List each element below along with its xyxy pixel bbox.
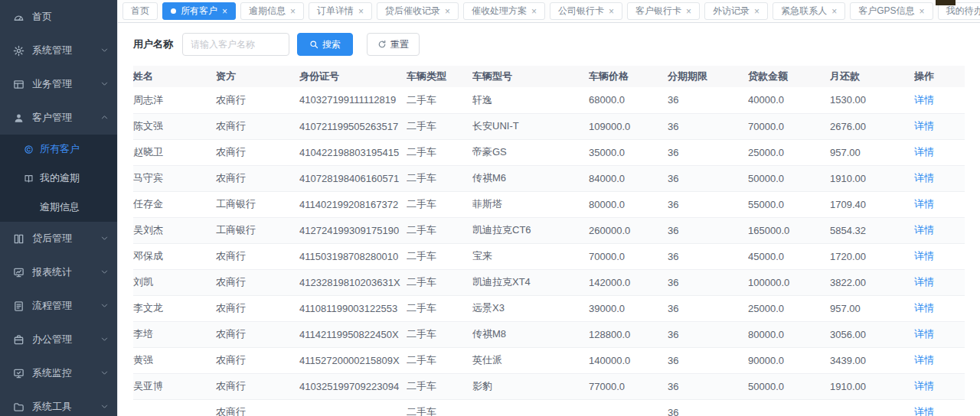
close-icon[interactable]: × (531, 7, 537, 16)
sidebar-item[interactable]: 业务管理 (0, 67, 117, 101)
close-icon[interactable]: × (919, 7, 924, 16)
tab[interactable]: 客户GPS信息 × (850, 2, 933, 20)
search-button[interactable]: 搜索 (297, 33, 353, 56)
close-icon[interactable]: × (754, 7, 760, 16)
table-row: 吴亚博农商行410325199709223094二手车影豹77000.03650… (133, 373, 965, 399)
sidebar-item-label: 办公管理 (32, 333, 100, 346)
tab[interactable]: 公司银行卡 × (550, 2, 622, 20)
detail-link[interactable]: 详情 (914, 354, 934, 366)
reset-button[interactable]: 重置 (367, 33, 420, 56)
table-row: 黄强农商行41152720000215809X二手车英仕派140000.0369… (133, 347, 965, 373)
cell-funder: 农商行 (216, 321, 299, 347)
cell-vehicle-type: 二手车 (407, 87, 472, 113)
cell-vehicle-model (472, 399, 589, 416)
detail-link[interactable]: 详情 (914, 120, 934, 132)
sidebar-item-label: 客户管理 (32, 111, 100, 125)
dashboard-icon (12, 11, 24, 23)
tab[interactable]: 客户银行卡 × (627, 2, 700, 20)
tab-label: 客户银行卡 (635, 5, 681, 18)
cell-vehicle-price: 109000.0 (589, 113, 668, 139)
cell-name: 赵晓卫 (133, 139, 216, 165)
tab[interactable]: 贷后催收记录 × (377, 2, 459, 20)
chevron-down-icon (100, 369, 109, 378)
cell-name: 吴刘杰 (133, 217, 216, 243)
tab[interactable]: 紧急联系人 × (773, 2, 845, 20)
cell-funder: 农商行 (216, 139, 299, 165)
sidebar-subitem[interactable]: 逾期信息 (0, 193, 117, 222)
tab-label: 订单详情 (317, 5, 354, 18)
column-header: 车辆型号 (472, 66, 589, 87)
tab[interactable]: 所有客户 × (162, 2, 236, 20)
cell-installment-term: 36 (668, 139, 748, 165)
table-row: 刘凯农商行41232819810203631X二手车凯迪拉克XT4142000.… (133, 269, 965, 295)
sidebar-item[interactable]: 系统管理 (0, 34, 117, 67)
cell-monthly-payment: 1910.00 (830, 373, 914, 399)
sidebar-item[interactable]: 首页 (0, 0, 117, 34)
cell-installment-term: 36 (668, 269, 748, 295)
sidebar-item[interactable]: 报表统计 (0, 255, 117, 289)
table-row: 李培农商行41142119950822450X二手车传祺M8128800.036… (133, 321, 965, 347)
cell-id-number: 411503198708280010 (299, 243, 407, 269)
sidebar-subitem[interactable]: 我的逾期 (0, 164, 117, 193)
search-input[interactable] (182, 33, 289, 56)
detail-link[interactable]: 详情 (914, 172, 934, 184)
customer-table: 姓名资方身份证号车辆类型车辆型号车辆价格分期期限贷款金额月还款操作 周志洋农商行… (133, 66, 965, 416)
cell-installment-term: 36 (668, 165, 748, 191)
close-icon[interactable]: × (831, 7, 837, 16)
cell-id-number: 411081199003122553 (299, 295, 407, 321)
sidebar-item[interactable]: 系统工具 (0, 390, 117, 416)
cell-vehicle-price: 35000.0 (589, 139, 668, 165)
cell-id-number: 410422198803195415 (299, 139, 407, 165)
sidebar-item[interactable]: 流程管理 (0, 289, 117, 323)
detail-link[interactable]: 详情 (914, 146, 934, 158)
detail-link[interactable]: 详情 (914, 198, 934, 210)
tab[interactable]: 逾期信息 × (240, 2, 304, 20)
sidebar-item[interactable]: 系统监控 (0, 356, 117, 390)
cell-action: 详情 (914, 165, 965, 191)
reset-button-label: 重置 (390, 38, 409, 51)
cell-vehicle-price: 68000.0 (589, 87, 668, 113)
detail-link[interactable]: 详情 (914, 328, 934, 340)
cell-name: 刘凯 (133, 269, 216, 295)
sidebar-item-label: 系统管理 (32, 44, 100, 57)
close-icon[interactable]: × (686, 7, 691, 16)
customers-icon (23, 144, 34, 154)
report-icon (12, 266, 24, 278)
cell-id-number: 41232819810203631X (299, 269, 407, 295)
tab[interactable]: 外访记录 × (704, 2, 768, 20)
detail-link[interactable]: 详情 (914, 276, 934, 288)
chevron-down-icon (100, 80, 109, 89)
tab[interactable]: 首页 (122, 2, 158, 20)
detail-link[interactable]: 详情 (914, 94, 934, 106)
column-header: 资方 (216, 66, 299, 87)
cell-monthly-payment: 1530.00 (830, 87, 914, 113)
cell-loan-amount (748, 399, 830, 416)
close-icon[interactable]: × (358, 7, 364, 16)
cell-funder: 农商行 (216, 347, 299, 373)
detail-link[interactable]: 详情 (914, 224, 934, 236)
cell-loan-amount: 90000.0 (748, 347, 830, 373)
sidebar-subitem-label: 所有客户 (40, 142, 117, 156)
sidebar-subitem[interactable]: 所有客户 (0, 135, 117, 164)
close-icon[interactable]: × (222, 7, 227, 16)
cell-vehicle-type: 二手车 (407, 347, 472, 373)
cell-id-number: 412724199309175190 (299, 217, 407, 243)
tab[interactable]: 订单详情 × (309, 2, 372, 20)
cell-vehicle-type: 二手车 (407, 139, 472, 165)
close-icon[interactable]: × (445, 7, 450, 16)
sidebar-item[interactable]: 客户管理 (0, 101, 117, 135)
detail-link[interactable]: 详情 (914, 380, 934, 392)
table-row: 吴刘杰工商银行412724199309175190二手车凯迪拉克CT626000… (133, 217, 965, 243)
sidebar-item[interactable]: 贷后管理 (0, 222, 117, 255)
detail-link[interactable]: 详情 (914, 250, 934, 262)
cell-loan-amount: 70000.0 (748, 113, 830, 139)
cell-monthly-payment: 3822.00 (830, 269, 914, 295)
detail-link[interactable]: 详情 (914, 406, 934, 416)
cell-vehicle-model: 凯迪拉克CT6 (472, 217, 589, 243)
close-icon[interactable]: × (609, 7, 614, 16)
cell-action: 详情 (914, 399, 965, 416)
close-icon[interactable]: × (290, 7, 296, 16)
tab[interactable]: 催收处理方案 × (463, 2, 545, 20)
detail-link[interactable]: 详情 (914, 302, 934, 314)
sidebar-item[interactable]: 办公管理 (0, 323, 117, 356)
